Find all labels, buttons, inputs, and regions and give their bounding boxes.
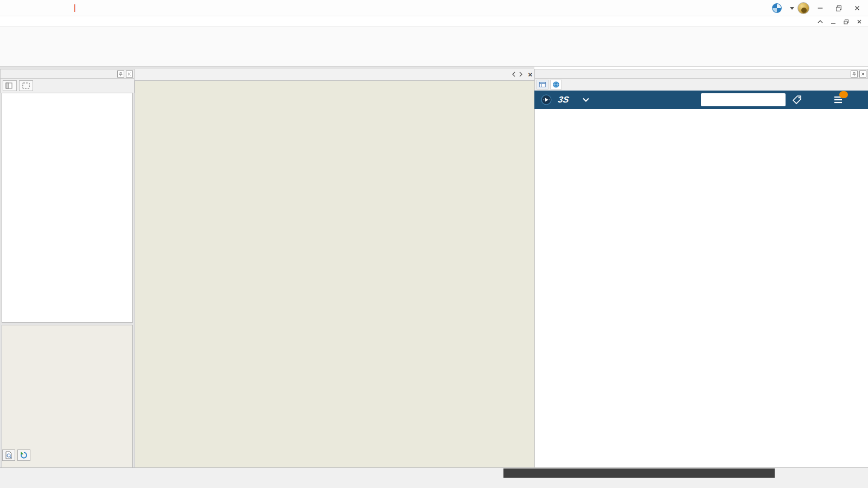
doc-restore-icon[interactable] xyxy=(842,17,851,26)
notification-badge xyxy=(839,91,848,98)
pages-close-icon[interactable] xyxy=(126,70,133,78)
close-button[interactable] xyxy=(850,2,865,15)
ribbon xyxy=(0,27,868,67)
dx-pin-icon[interactable] xyxy=(851,70,858,78)
dx-web-tab-icon[interactable] xyxy=(550,80,562,89)
relations-graph[interactable] xyxy=(534,109,868,467)
book-view-icon[interactable] xyxy=(19,80,33,91)
collapse-ribbon-icon[interactable] xyxy=(816,17,825,26)
pages-toolbar xyxy=(0,79,135,93)
schematic-canvas[interactable] xyxy=(135,81,534,467)
menu-icon[interactable] xyxy=(832,93,845,106)
dx-table-tab-icon[interactable] xyxy=(537,80,548,89)
tab-close-icon[interactable]: × xyxy=(528,70,532,79)
tab-scroll-right-icon[interactable] xyxy=(519,72,523,78)
cursor-coordinates xyxy=(503,468,775,478)
brand-divider: | xyxy=(74,3,76,12)
3ds-logo-icon: 3S xyxy=(557,95,570,105)
tag-icon[interactable] xyxy=(790,93,803,106)
menu-bar xyxy=(0,16,868,27)
workspace: × 3S xyxy=(0,67,868,467)
compass-icon[interactable] xyxy=(540,93,553,106)
user-avatar[interactable] xyxy=(797,2,809,14)
page-preview-thumbnail[interactable] xyxy=(2,325,133,488)
relations-view-dropdown[interactable] xyxy=(580,98,589,102)
enovia-toolbar: 3S xyxy=(534,91,868,109)
schematic-editor: × xyxy=(135,67,534,467)
restore-button[interactable] xyxy=(831,2,846,15)
document-tab-bar xyxy=(135,69,534,81)
preview-toggle-icon[interactable] xyxy=(2,450,15,461)
3dexperience-panel-header xyxy=(534,69,868,79)
pages-pin-icon[interactable] xyxy=(117,70,124,78)
3dexperience-panel: 3S xyxy=(534,67,868,467)
doc-minimize-icon[interactable] xyxy=(829,17,838,26)
pages-tree xyxy=(2,93,133,323)
doc-close-icon[interactable] xyxy=(855,17,864,26)
application-window: | xyxy=(0,0,868,488)
search-box xyxy=(701,93,786,106)
3dexperience-compass-icon[interactable] xyxy=(770,2,783,15)
status-bar xyxy=(0,467,868,488)
title-bar: | xyxy=(0,0,868,16)
tab-navigation: × xyxy=(512,70,532,79)
refresh-icon[interactable] xyxy=(17,450,30,461)
ribbon-window-controls xyxy=(816,17,864,26)
minimize-button[interactable] xyxy=(813,2,828,15)
dx-close-icon[interactable] xyxy=(859,70,866,78)
pages-panel-header xyxy=(0,69,135,79)
dx-tab-strip xyxy=(534,79,868,91)
page-view-icon[interactable] xyxy=(3,80,17,91)
account-dropdown-icon[interactable] xyxy=(790,7,794,10)
pages-bottom-toolbar xyxy=(2,450,30,461)
search-input[interactable] xyxy=(701,96,794,104)
tab-scroll-left-icon[interactable] xyxy=(512,72,516,78)
